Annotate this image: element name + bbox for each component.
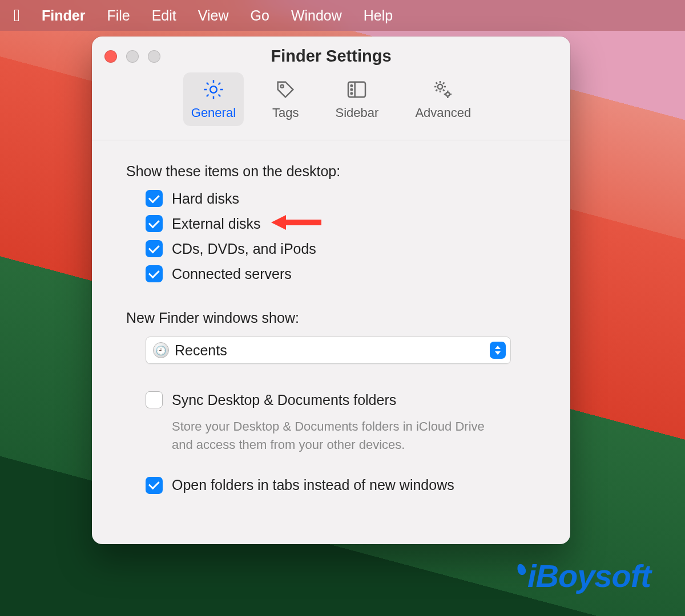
window-title: Finder Settings xyxy=(271,47,391,66)
svg-point-8 xyxy=(446,92,450,96)
menu-window[interactable]: Window xyxy=(291,7,342,24)
svg-point-7 xyxy=(438,84,442,89)
tab-general[interactable]: General xyxy=(183,72,244,126)
checkbox-open-in-tabs[interactable] xyxy=(146,477,163,494)
tab-tags[interactable]: Tags xyxy=(264,72,307,126)
sync-row: Sync Desktop & Documents folders xyxy=(146,391,536,408)
tab-label: Advanced xyxy=(415,106,471,120)
checkbox-cds-row: CDs, DVDs, and iPods xyxy=(146,240,536,257)
svg-point-4 xyxy=(351,85,353,87)
svg-point-1 xyxy=(281,85,284,88)
checkbox-label: Open folders in tabs instead of new wind… xyxy=(172,477,454,493)
checkbox-label: Sync Desktop & Documents folders xyxy=(172,392,396,408)
tag-icon xyxy=(273,77,298,102)
gears-icon xyxy=(430,77,456,102)
finder-settings-window: Finder Settings General Tags Sidebar xyxy=(92,37,570,544)
checkbox-hard-disks[interactable] xyxy=(146,190,163,207)
menu-view[interactable]: View xyxy=(198,7,229,24)
open-in-tabs-row: Open folders in tabs instead of new wind… xyxy=(146,477,536,494)
menubar:  Finder File Edit View Go Window Help xyxy=(0,0,685,31)
svg-marker-10 xyxy=(271,215,286,230)
watermark: iBoysoft xyxy=(522,557,651,594)
svg-point-0 xyxy=(210,86,217,93)
tab-label: Tags xyxy=(272,106,299,120)
gear-icon xyxy=(201,77,226,102)
app-name[interactable]: Finder xyxy=(42,7,85,24)
checkbox-external-disks[interactable] xyxy=(146,215,163,232)
apple-menu-icon[interactable]:  xyxy=(14,7,20,24)
checkbox-label: CDs, DVDs, and iPods xyxy=(172,241,316,257)
checkbox-external-disks-row: External disks xyxy=(146,215,536,232)
show-items-label: Show these items on the desktop: xyxy=(126,163,536,180)
checkbox-label: Connected servers xyxy=(172,266,292,282)
close-button[interactable] xyxy=(104,50,117,63)
menu-file[interactable]: File xyxy=(107,7,130,24)
tab-label: General xyxy=(191,106,236,120)
traffic-lights xyxy=(104,50,160,63)
tab-advanced[interactable]: Advanced xyxy=(407,72,479,126)
checkbox-label: External disks xyxy=(172,216,261,232)
settings-tabs: General Tags Sidebar Advanced xyxy=(183,72,479,126)
checkbox-cds-dvds-ipods[interactable] xyxy=(146,240,163,257)
chevron-updown-icon xyxy=(490,342,506,359)
checkbox-servers-row: Connected servers xyxy=(146,265,536,282)
clock-icon: 🕘 xyxy=(153,342,169,358)
svg-point-5 xyxy=(351,89,353,91)
sync-description: Store your Desktop & Documents folders i… xyxy=(172,418,491,454)
checkbox-sync-desktop-documents[interactable] xyxy=(146,391,163,408)
menu-edit[interactable]: Edit xyxy=(152,7,176,24)
sidebar-icon xyxy=(344,77,369,102)
annotation-arrow-icon xyxy=(271,213,323,232)
checkbox-label: Hard disks xyxy=(172,191,239,207)
menu-go[interactable]: Go xyxy=(251,7,269,24)
svg-point-6 xyxy=(351,92,353,94)
new-window-label: New Finder windows show: xyxy=(126,310,536,326)
select-value: Recents xyxy=(175,342,227,359)
tab-sidebar[interactable]: Sidebar xyxy=(328,72,387,126)
window-titlebar: Finder Settings General Tags Sidebar xyxy=(92,37,570,140)
menu-help[interactable]: Help xyxy=(364,7,393,24)
tab-label: Sidebar xyxy=(336,106,379,120)
new-window-select[interactable]: 🕘 Recents xyxy=(146,337,511,364)
checkbox-hard-disks-row: Hard disks xyxy=(146,190,536,207)
minimize-button[interactable] xyxy=(126,50,139,63)
checkbox-connected-servers[interactable] xyxy=(146,265,163,282)
desktop-items-list: Hard disks External disks CDs, DVDs, and… xyxy=(146,190,536,282)
zoom-button[interactable] xyxy=(148,50,160,63)
settings-content: Show these items on the desktop: Hard di… xyxy=(92,140,570,544)
